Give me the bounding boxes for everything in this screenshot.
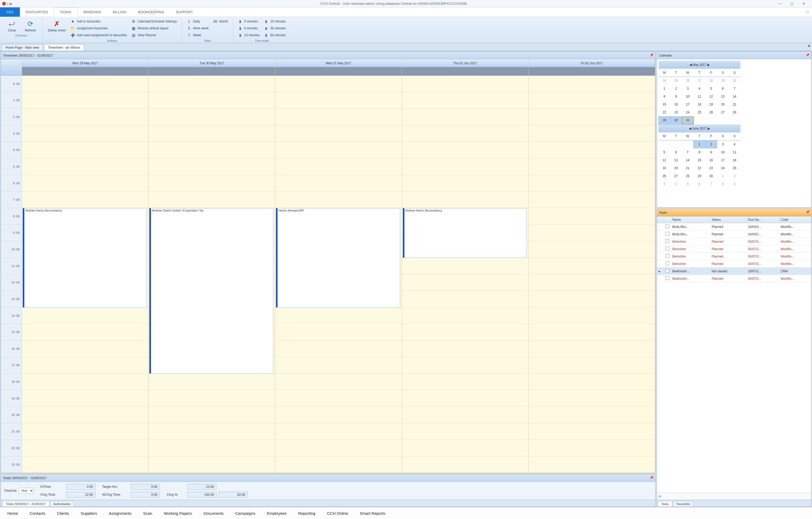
calendar-day[interactable]: 8: [659, 92, 670, 100]
calendar-day[interactable]: 5: [659, 148, 670, 156]
calendar-day[interactable]: 9: [705, 148, 717, 156]
calendar-day[interactable]: 7: [729, 85, 741, 92]
calendar-day[interactable]: 18: [694, 100, 705, 108]
calendar-day[interactable]: [717, 116, 729, 124]
calendar-day[interactable]: 28: [705, 77, 717, 85]
task-checkbox[interactable]: [666, 254, 669, 258]
pin-icon[interactable]: 📌: [806, 210, 810, 214]
calendar-day[interactable]: 29: [659, 116, 670, 124]
calendar-settings-button[interactable]: ⚙Calendar/Schedule Settings: [129, 18, 179, 25]
calendar-day[interactable]: 9: [670, 92, 682, 100]
day-column[interactable]: Thu 01 Jun 2017Andrew Harris./Accountanc…: [402, 59, 529, 473]
calendar-day[interactable]: 11: [694, 92, 705, 100]
task-checkbox[interactable]: [666, 225, 669, 228]
calendar-day[interactable]: 18: [729, 156, 741, 164]
tab-home-page[interactable]: Home Page - Main view: [2, 44, 43, 51]
calendar-day[interactable]: 17: [717, 156, 728, 164]
menu-billing[interactable]: BILLING: [107, 7, 133, 17]
nav-working-papers[interactable]: Working Papers: [164, 511, 192, 516]
tasks-col-header[interactable]: Code: [779, 217, 811, 223]
timescale-15-button[interactable]: ⧗15 minutes: [262, 18, 288, 25]
day-body[interactable]: Andrew Harris./Accountancy: [402, 76, 528, 473]
calendar-day[interactable]: 10: [682, 92, 694, 100]
view-planner-button[interactable]: ▤View Planner: [129, 32, 179, 38]
nav-documents[interactable]: Documents: [204, 511, 224, 516]
nav-clients[interactable]: Clients: [57, 511, 69, 516]
allday-row[interactable]: [529, 67, 655, 76]
calendar-day[interactable]: 30: [729, 77, 741, 85]
calendar-day[interactable]: 26: [705, 108, 717, 116]
add-used-assignments-button[interactable]: ➕Add used assignments to favourites: [68, 32, 129, 38]
restore-layout-button[interactable]: ▦Restore default layout: [129, 25, 179, 32]
calendar-day[interactable]: 30: [705, 172, 717, 180]
file-menu[interactable]: FILE: [0, 7, 20, 17]
appointment[interactable]: Andrew Harris./Accountancy: [403, 208, 527, 258]
calendar-day[interactable]: 24: [659, 77, 670, 85]
calendar-day[interactable]: 31: [682, 116, 694, 124]
day-column[interactable]: Fri 02 Jun 2017: [529, 59, 655, 473]
calendar-day[interactable]: 9: [729, 180, 741, 188]
calendar-day[interactable]: 8: [717, 180, 728, 188]
task-row[interactable]: Bedfordsh...Planned30/07/2...Workflo...: [657, 275, 811, 282]
calendar-day[interactable]: 25: [670, 77, 682, 85]
close-window-button[interactable]: ✕: [798, 1, 810, 7]
timeunit-select[interactable]: Hrs/: [19, 488, 34, 494]
calendar-day[interactable]: 21: [682, 164, 694, 172]
task-checkbox[interactable]: [666, 239, 669, 243]
calendar-day[interactable]: 13: [670, 156, 682, 164]
calendar-day[interactable]: 5: [682, 180, 694, 188]
calendar-day[interactable]: 13: [717, 92, 729, 100]
nav-cch-online[interactable]: CCH Online: [327, 511, 348, 516]
calendar-day[interactable]: 10: [717, 148, 728, 156]
task-checkbox[interactable]: [666, 261, 669, 265]
menu-tasks[interactable]: TASKS: [54, 7, 78, 17]
calendar-day[interactable]: 2: [670, 85, 682, 92]
task-checkbox[interactable]: [666, 247, 669, 250]
calendar-day[interactable]: 3: [682, 85, 694, 92]
calendar-day[interactable]: 1: [694, 140, 705, 148]
tasks-tab[interactable]: Tasks: [658, 501, 672, 507]
calendar-day[interactable]: 7: [705, 180, 717, 188]
day-body[interactable]: Andrew Shard Limited ./Corporation Tax: [149, 76, 275, 473]
pin-icon[interactable]: 📌: [650, 475, 654, 479]
nav-employees[interactable]: Employees: [267, 511, 287, 516]
task-row[interactable]: ▸ Bedfordsh...Not started29/07/2...CRM: [657, 267, 811, 275]
calendar-day[interactable]: 12: [705, 92, 717, 100]
calendar-day[interactable]: 5: [705, 85, 717, 92]
tasks-col-header[interactable]: Name: [671, 217, 710, 223]
calendar-day[interactable]: 16: [705, 156, 717, 164]
calendar-day[interactable]: [705, 116, 717, 124]
calendar-day[interactable]: 29: [694, 172, 705, 180]
calendar-day[interactable]: 19: [705, 100, 717, 108]
nav-home[interactable]: Home: [7, 511, 18, 516]
qat-dropdown-icon[interactable]: [9, 3, 12, 4]
calendar-day[interactable]: 20: [717, 100, 729, 108]
calendar-day[interactable]: 25: [694, 108, 705, 116]
view-daily-button[interactable]: 1Daily: [184, 18, 211, 25]
prev-month-icon[interactable]: ◀: [689, 127, 691, 131]
calendar-day[interactable]: 15: [694, 156, 705, 164]
task-checkbox[interactable]: [666, 269, 669, 272]
calendar-day[interactable]: 20: [670, 164, 682, 172]
nav-reporting[interactable]: Reporting: [298, 511, 315, 516]
calendar-day[interactable]: 30: [670, 116, 682, 124]
calendar-day[interactable]: 14: [729, 92, 741, 100]
help-icon[interactable]: ⬡: [803, 7, 812, 17]
task-row[interactable]: Birds,Mrs...Planned16/03/2...Workflo...: [657, 231, 811, 238]
tab-timesheet[interactable]: Timesheet - ian Wilson: [44, 44, 84, 51]
calendar-day[interactable]: 3: [659, 180, 670, 188]
appointment[interactable]: Hector Airways/VAT: [276, 208, 400, 308]
calendar-day[interactable]: [682, 140, 694, 148]
calendar-day[interactable]: [729, 116, 741, 124]
calendar-day[interactable]: 23: [670, 108, 682, 116]
delete-sheet-button[interactable]: ✗Delete sheet: [45, 18, 68, 33]
calendar-day[interactable]: 8: [694, 148, 705, 156]
menu-windows[interactable]: WINDOWS: [78, 7, 107, 17]
calendar-day[interactable]: 26: [682, 77, 694, 85]
pin-icon[interactable]: 📌: [806, 53, 810, 57]
calendar-day[interactable]: 19: [659, 164, 670, 172]
close-button[interactable]: ⮐Close: [3, 18, 21, 33]
calendar-day[interactable]: 17: [682, 100, 694, 108]
calendar-day[interactable]: 1: [659, 85, 670, 92]
nav-scan[interactable]: Scan: [143, 511, 152, 516]
